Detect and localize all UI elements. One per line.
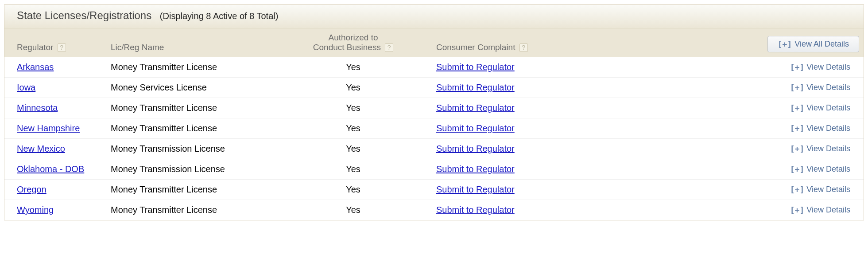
submit-complaint-link[interactable]: Submit to Regulator bbox=[436, 144, 515, 153]
view-details-label: View Details bbox=[806, 144, 850, 153]
view-details-label: View Details bbox=[806, 185, 850, 194]
view-details-link[interactable]: [+]View Details bbox=[790, 185, 859, 194]
col-authorized-line2: Conduct Business bbox=[313, 43, 381, 52]
regulator-link[interactable]: New Mexico bbox=[17, 144, 65, 153]
authorized-cell: Yes bbox=[275, 98, 432, 118]
view-details-link[interactable]: [+]View Details bbox=[790, 103, 859, 113]
view-details-label: View Details bbox=[806, 165, 850, 174]
regulator-link[interactable]: Oregon bbox=[17, 185, 46, 194]
licenses-panel: State Licenses/Registrations (Displaying… bbox=[4, 4, 864, 220]
table-header-row: Regulator ? Lic/Reg Name Authorized to C… bbox=[4, 28, 864, 57]
col-complaint-label: Consumer Complaint bbox=[436, 43, 515, 52]
expand-icon: [+] bbox=[778, 39, 792, 49]
licenses-table: Regulator ? Lic/Reg Name Authorized to C… bbox=[4, 28, 864, 220]
submit-complaint-link[interactable]: Submit to Regulator bbox=[436, 205, 515, 215]
col-complaint: Consumer Complaint ? bbox=[432, 28, 587, 57]
help-icon[interactable]: ? bbox=[519, 43, 528, 52]
lic-name-cell: Money Transmitter License bbox=[106, 98, 275, 118]
panel-count: (Displaying 8 Active of 8 Total) bbox=[160, 11, 279, 21]
submit-complaint-link[interactable]: Submit to Regulator bbox=[436, 103, 515, 113]
expand-icon: [+] bbox=[790, 185, 805, 194]
lic-name-cell: Money Transmitter License bbox=[106, 180, 275, 200]
view-details-link[interactable]: [+]View Details bbox=[790, 63, 859, 72]
lic-name-cell: Money Transmission License bbox=[106, 139, 275, 159]
lic-name-cell: Money Services License bbox=[106, 78, 275, 98]
view-details-link[interactable]: [+]View Details bbox=[790, 144, 859, 153]
regulator-link[interactable]: Oklahoma - DOB bbox=[17, 164, 84, 174]
table-row: OregonMoney Transmitter LicenseYesSubmit… bbox=[4, 180, 864, 200]
lic-name-cell: Money Transmitter License bbox=[106, 200, 275, 220]
help-icon[interactable]: ? bbox=[385, 43, 393, 52]
table-row: WyomingMoney Transmitter LicenseYesSubmi… bbox=[4, 200, 864, 220]
regulator-link[interactable]: Minnesota bbox=[17, 103, 58, 113]
table-row: New MexicoMoney Transmission LicenseYesS… bbox=[4, 139, 864, 159]
expand-icon: [+] bbox=[790, 144, 805, 153]
view-details-link[interactable]: [+]View Details bbox=[790, 205, 859, 215]
table-row: Oklahoma - DOBMoney Transmission License… bbox=[4, 159, 864, 180]
authorized-cell: Yes bbox=[275, 180, 432, 200]
table-body: ArkansasMoney Transmitter LicenseYesSubm… bbox=[4, 57, 864, 220]
col-authorized: Authorized to Conduct Business ? bbox=[275, 28, 432, 57]
expand-icon: [+] bbox=[790, 103, 805, 113]
regulator-link[interactable]: Wyoming bbox=[17, 205, 54, 215]
regulator-link[interactable]: New Hampshire bbox=[17, 123, 80, 133]
col-lic-name: Lic/Reg Name bbox=[106, 28, 275, 57]
submit-complaint-link[interactable]: Submit to Regulator bbox=[436, 185, 515, 194]
expand-icon: [+] bbox=[790, 205, 805, 215]
lic-name-cell: Money Transmission License bbox=[106, 159, 275, 180]
table-row: New HampshireMoney Transmitter LicenseYe… bbox=[4, 118, 864, 139]
authorized-cell: Yes bbox=[275, 57, 432, 78]
help-icon[interactable]: ? bbox=[58, 43, 66, 52]
panel-title: State Licenses/Registrations bbox=[17, 9, 151, 21]
submit-complaint-link[interactable]: Submit to Regulator bbox=[436, 123, 515, 133]
view-all-details-button[interactable]: [+] View All Details bbox=[767, 36, 859, 52]
view-details-label: View Details bbox=[806, 83, 850, 92]
col-authorized-line1: Authorized to bbox=[329, 33, 378, 42]
authorized-cell: Yes bbox=[275, 139, 432, 159]
table-row: MinnesotaMoney Transmitter LicenseYesSub… bbox=[4, 98, 864, 118]
authorized-cell: Yes bbox=[275, 78, 432, 98]
submit-complaint-link[interactable]: Submit to Regulator bbox=[436, 62, 515, 72]
expand-icon: [+] bbox=[790, 83, 805, 92]
view-all-label: View All Details bbox=[794, 39, 849, 49]
authorized-cell: Yes bbox=[275, 118, 432, 139]
submit-complaint-link[interactable]: Submit to Regulator bbox=[436, 82, 515, 92]
table-row: ArkansasMoney Transmitter LicenseYesSubm… bbox=[4, 57, 864, 78]
view-details-label: View Details bbox=[806, 103, 850, 113]
view-details-link[interactable]: [+]View Details bbox=[790, 165, 859, 174]
expand-icon: [+] bbox=[790, 165, 805, 174]
authorized-cell: Yes bbox=[275, 200, 432, 220]
view-details-link[interactable]: [+]View Details bbox=[790, 124, 859, 133]
regulator-link[interactable]: Arkansas bbox=[17, 62, 54, 72]
col-regulator-label: Regulator bbox=[17, 43, 53, 52]
view-details-label: View Details bbox=[806, 205, 850, 215]
col-regulator: Regulator ? bbox=[4, 28, 106, 57]
expand-icon: [+] bbox=[790, 63, 805, 72]
view-details-link[interactable]: [+]View Details bbox=[790, 83, 859, 92]
regulator-link[interactable]: Iowa bbox=[17, 82, 35, 92]
expand-icon: [+] bbox=[790, 124, 805, 133]
view-details-label: View Details bbox=[806, 63, 850, 72]
submit-complaint-link[interactable]: Submit to Regulator bbox=[436, 164, 515, 174]
authorized-cell: Yes bbox=[275, 159, 432, 180]
col-actions: [+] View All Details bbox=[587, 28, 864, 57]
panel-header: State Licenses/Registrations (Displaying… bbox=[4, 5, 864, 28]
view-details-label: View Details bbox=[806, 124, 850, 133]
table-row: IowaMoney Services LicenseYesSubmit to R… bbox=[4, 78, 864, 98]
lic-name-cell: Money Transmitter License bbox=[106, 118, 275, 139]
lic-name-cell: Money Transmitter License bbox=[106, 57, 275, 78]
